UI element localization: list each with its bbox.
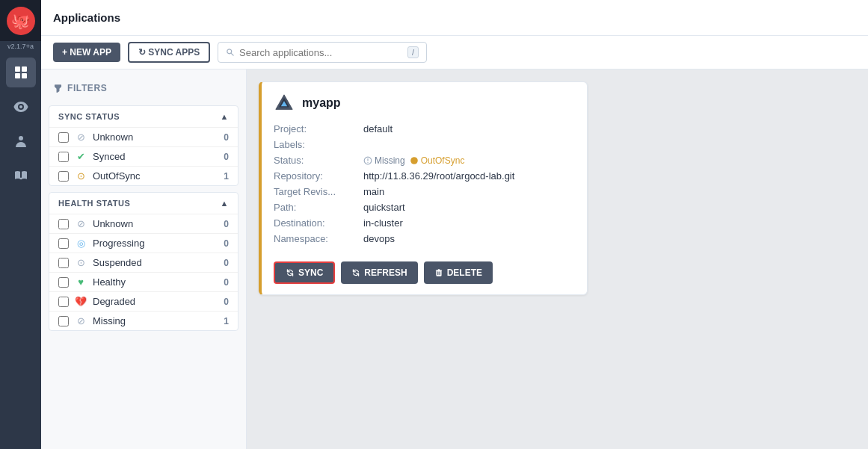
app-name: myapp	[302, 96, 341, 110]
destination-row: Destination: in-cluster	[274, 215, 575, 231]
outofsync-icon: ⊙	[75, 170, 87, 182]
status-row: Status: Missing OutOfSync	[274, 152, 575, 168]
filter-health-healthy: ♥ Healthy 0	[49, 272, 238, 291]
namespace-value: devops	[363, 233, 395, 244]
target-revision-row: Target Revis... main	[274, 184, 575, 199]
health-status-section: HEALTH STATUS ▲ ⊘ Unknown 0 ◎ Progressin…	[49, 192, 238, 331]
delete-button[interactable]: DELETE	[424, 261, 493, 284]
target-revision-label: Target Revis...	[274, 186, 363, 197]
filter-health-degraded: 💔 Degraded 0	[49, 291, 238, 311]
filters-panel: FILTERS SYNC STATUS ▲ ⊘ Unknown 0 ✔ Sync…	[41, 69, 247, 449]
repository-value: http://11.8.36.29/root/argocd-lab.git	[363, 170, 514, 182]
filter-health-suspended: ⊙ Suspended 0	[49, 253, 238, 272]
sync-apps-button[interactable]: ↻ SYNC APPS	[128, 42, 210, 63]
labels-row: Labels:	[274, 137, 575, 152]
filter-health-progressing-checkbox[interactable]	[58, 238, 69, 249]
namespace-row: Namespace: devops	[274, 231, 575, 247]
filter-health-healthy-checkbox[interactable]	[58, 277, 69, 288]
filters-title: FILTERS	[67, 83, 107, 93]
target-revision-value: main	[363, 186, 384, 197]
filter-sync-synced-checkbox[interactable]	[58, 152, 69, 162]
sidebar-item-docs[interactable]	[6, 161, 36, 191]
sidebar-item-apps[interactable]	[6, 58, 36, 87]
project-row: Project: default	[274, 121, 575, 137]
destination-value: in-cluster	[363, 217, 403, 229]
status-label: Status:	[274, 155, 363, 166]
sidebar-item-user[interactable]	[6, 126, 36, 156]
outofsync-badge-icon	[410, 156, 419, 165]
health-status-header: HEALTH STATUS ▲	[49, 193, 238, 214]
unknown-sync-icon: ⊘	[75, 131, 87, 143]
filter-health-progressing: ◎ Progressing 0	[49, 233, 238, 253]
outofsync-badge: OutOfSync	[410, 155, 465, 166]
project-value: default	[363, 123, 393, 134]
filter-sync-unknown: ⊘ Unknown 0	[49, 127, 238, 146]
sync-button[interactable]: SYNC	[274, 261, 335, 284]
content-area: FILTERS SYNC STATUS ▲ ⊘ Unknown 0 ✔ Sync…	[41, 69, 868, 449]
delete-icon	[434, 268, 443, 277]
svg-point-8	[410, 157, 418, 164]
app-logo-container: 🐙	[0, 0, 41, 41]
filter-icon	[53, 84, 63, 93]
topbar: Applications	[41, 0, 868, 36]
search-icon	[226, 47, 235, 58]
filter-sync-outofsync-checkbox[interactable]	[58, 171, 69, 182]
repository-row: Repository: http://11.8.36.29/root/argoc…	[274, 168, 575, 184]
app-list-area: myapp Project: default Labels: Status:	[247, 69, 868, 449]
filter-health-missing: ⊘ Missing 1	[49, 311, 238, 330]
filter-health-degraded-checkbox[interactable]	[58, 297, 69, 307]
new-app-button[interactable]: + NEW APP	[53, 43, 120, 62]
sidebar: 🐙 v2.1.7+a	[0, 0, 41, 449]
missing-icon: ⊘	[75, 315, 87, 326]
project-label: Project:	[274, 123, 363, 134]
sync-status-section: SYNC STATUS ▲ ⊘ Unknown 0 ✔ Synced 0	[49, 105, 238, 186]
filter-health-unknown: ⊘ Unknown 0	[49, 214, 238, 233]
svg-rect-3	[22, 73, 27, 78]
health-status-collapse[interactable]: ▲	[221, 199, 229, 208]
path-label: Path:	[274, 202, 363, 213]
app-card-header: myapp	[262, 82, 587, 121]
filter-health-unknown-checkbox[interactable]	[58, 219, 69, 229]
page-title: Applications	[53, 11, 120, 24]
status-badges: Missing OutOfSync	[363, 155, 464, 166]
search-input[interactable]	[239, 47, 403, 58]
svg-rect-2	[15, 73, 20, 78]
svg-rect-0	[15, 66, 20, 72]
progressing-icon: ◎	[75, 238, 87, 249]
sidebar-item-settings[interactable]	[6, 92, 36, 122]
missing-badge-icon	[363, 156, 372, 165]
filter-sync-synced: ✔ Synced 0	[49, 146, 238, 166]
toolbar: + NEW APP ↻ SYNC APPS /	[41, 36, 868, 69]
sync-status-collapse[interactable]: ▲	[221, 112, 229, 121]
app-details: Project: default Labels: Status: Missing	[262, 121, 587, 254]
sync-icon	[286, 268, 295, 277]
argo-logo	[274, 93, 295, 114]
sync-status-header: SYNC STATUS ▲	[49, 106, 238, 127]
app-version: v2.1.7+a	[7, 43, 34, 50]
path-row: Path: quickstart	[274, 199, 575, 215]
destination-label: Destination:	[274, 217, 363, 229]
search-container: /	[218, 42, 427, 63]
search-kbd: /	[407, 46, 419, 58]
filter-sync-outofsync: ⊙ OutOfSync 1	[49, 166, 238, 185]
namespace-label: Namespace:	[274, 233, 363, 244]
refresh-button[interactable]: REFRESH	[341, 261, 417, 284]
main-content: Applications + NEW APP ↻ SYNC APPS / FIL…	[41, 0, 868, 449]
path-value: quickstart	[363, 202, 405, 213]
svg-rect-1	[22, 66, 27, 72]
degraded-icon: 💔	[75, 296, 87, 307]
missing-badge: Missing	[363, 155, 405, 166]
filter-health-suspended-checkbox[interactable]	[58, 258, 69, 268]
healthy-icon: ♥	[75, 276, 87, 288]
synced-icon: ✔	[75, 151, 87, 162]
filter-sync-unknown-checkbox[interactable]	[58, 132, 69, 143]
octopus-logo: 🐙	[7, 7, 35, 35]
app-actions: SYNC REFRESH DELETE	[262, 254, 587, 294]
suspended-icon: ⊙	[75, 257, 87, 268]
filter-health-missing-checkbox[interactable]	[58, 316, 69, 326]
app-card-myapp: myapp Project: default Labels: Status:	[259, 81, 588, 295]
labels-label: Labels:	[274, 139, 363, 150]
refresh-icon	[351, 268, 360, 277]
health-unknown-icon: ⊘	[75, 218, 87, 229]
repository-label: Repository:	[274, 170, 363, 182]
